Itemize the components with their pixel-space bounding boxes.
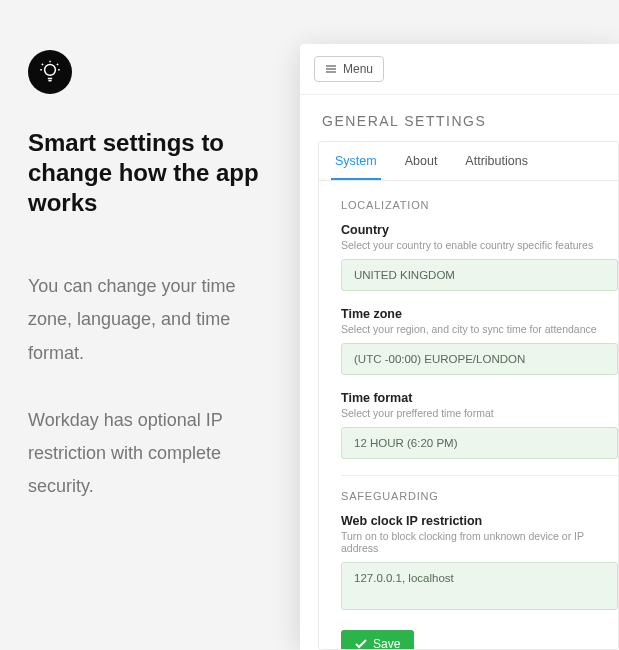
section-safeguarding: SAFEGUARDING xyxy=(341,490,618,502)
menu-button[interactable]: Menu xyxy=(314,56,384,82)
app-panel: Menu GENERAL SETTINGS System About Attri… xyxy=(300,0,619,650)
country-hint: Select your country to enable country sp… xyxy=(341,239,618,251)
iprestriction-label: Web clock IP restriction xyxy=(341,514,618,528)
field-country: Country Select your country to enable co… xyxy=(341,223,618,291)
svg-line-5 xyxy=(42,64,43,65)
marketing-para-2: Workday has optional IP restriction with… xyxy=(28,404,272,504)
timezone-select[interactable]: (UTC -00:00) EUROPE/LONDON xyxy=(341,343,618,375)
marketing-title: Smart settings to change how the app wor… xyxy=(28,128,272,218)
lightbulb-icon xyxy=(28,50,72,94)
timeformat-select[interactable]: 12 HOUR (6:20 PM) xyxy=(341,427,618,459)
country-select[interactable]: UNITED KINGDOM xyxy=(341,259,618,291)
svg-line-4 xyxy=(57,64,58,65)
tab-about[interactable]: About xyxy=(401,142,442,180)
timeformat-hint: Select your preffered time format xyxy=(341,407,618,419)
card-body: LOCALIZATION Country Select your country… xyxy=(319,181,618,650)
save-button[interactable]: Save xyxy=(341,630,414,650)
tab-attributions[interactable]: Attributions xyxy=(461,142,532,180)
svg-point-0 xyxy=(45,64,56,75)
divider xyxy=(341,475,619,476)
field-timezone: Time zone Select your region, and city t… xyxy=(341,307,618,375)
marketing-body: You can change your time zone, language,… xyxy=(28,270,272,504)
marketing-panel: Smart settings to change how the app wor… xyxy=(0,0,300,650)
field-iprestriction: Web clock IP restriction Turn on to bloc… xyxy=(341,514,618,614)
tabs: System About Attributions xyxy=(319,142,618,181)
page-title: GENERAL SETTINGS xyxy=(300,95,619,141)
marketing-para-1: You can change your time zone, language,… xyxy=(28,270,272,370)
app-header: Menu xyxy=(300,44,619,95)
timezone-label: Time zone xyxy=(341,307,618,321)
check-icon xyxy=(355,639,367,649)
timeformat-label: Time format xyxy=(341,391,618,405)
iprestriction-input[interactable] xyxy=(341,562,618,610)
iprestriction-hint: Turn on to block clocking from unknown d… xyxy=(341,530,618,554)
section-localization: LOCALIZATION xyxy=(341,199,618,211)
country-label: Country xyxy=(341,223,618,237)
timezone-hint: Select your region, and city to sync tim… xyxy=(341,323,618,335)
menu-button-label: Menu xyxy=(343,62,373,76)
tab-system[interactable]: System xyxy=(331,142,381,180)
save-button-label: Save xyxy=(373,637,400,650)
app-window: Menu GENERAL SETTINGS System About Attri… xyxy=(300,44,619,650)
field-timeformat: Time format Select your preffered time f… xyxy=(341,391,618,459)
hamburger-icon xyxy=(325,63,337,75)
settings-card: System About Attributions LOCALIZATION C… xyxy=(318,141,619,650)
